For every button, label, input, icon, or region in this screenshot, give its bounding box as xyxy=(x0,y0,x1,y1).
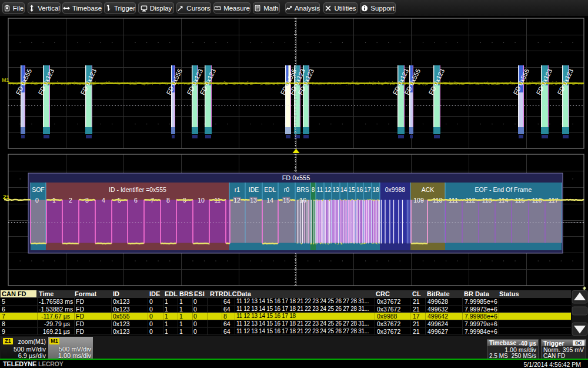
svg-text:ACK: ACK xyxy=(422,186,435,193)
svg-text:13: 13 xyxy=(332,186,339,193)
svg-text:12: 12 xyxy=(233,197,240,204)
svg-text:8: 8 xyxy=(166,197,170,204)
svg-text:EOF - End Of Frame: EOF - End Of Frame xyxy=(475,186,532,193)
svg-text:FD 0x555: FD 0x555 xyxy=(282,174,310,181)
svg-text:0: 0 xyxy=(35,197,39,204)
svg-text:ID - Identifier =0x555: ID - Identifier =0x555 xyxy=(109,186,166,193)
svg-text:8: 8 xyxy=(312,187,315,193)
svg-text:IDE: IDE xyxy=(249,186,259,193)
svg-text:109: 109 xyxy=(413,197,424,204)
svg-text:18: 18 xyxy=(372,186,379,193)
svg-text:17: 17 xyxy=(364,186,371,193)
svg-text:EDL: EDL xyxy=(264,186,276,193)
svg-text:15: 15 xyxy=(283,197,290,204)
svg-text:6: 6 xyxy=(134,197,138,204)
svg-text:r1: r1 xyxy=(235,186,240,193)
svg-text:Z1: Z1 xyxy=(3,194,10,200)
svg-text:SOF: SOF xyxy=(32,186,45,193)
svg-text:BRS: BRS xyxy=(296,186,309,193)
svg-text:11: 11 xyxy=(317,186,323,193)
svg-text:14: 14 xyxy=(266,197,273,204)
svg-text:4: 4 xyxy=(102,197,105,204)
svg-text:2: 2 xyxy=(69,197,72,204)
svg-text:0x9988: 0x9988 xyxy=(385,186,406,193)
svg-text:14: 14 xyxy=(340,186,348,193)
svg-text:r0: r0 xyxy=(284,186,289,193)
svg-text:13: 13 xyxy=(250,197,257,204)
svg-text:10: 10 xyxy=(198,197,205,204)
svg-text:12: 12 xyxy=(325,186,332,193)
svg-text:15: 15 xyxy=(348,186,355,193)
svg-text:16: 16 xyxy=(356,186,363,193)
svg-text:M1: M1 xyxy=(2,77,9,83)
